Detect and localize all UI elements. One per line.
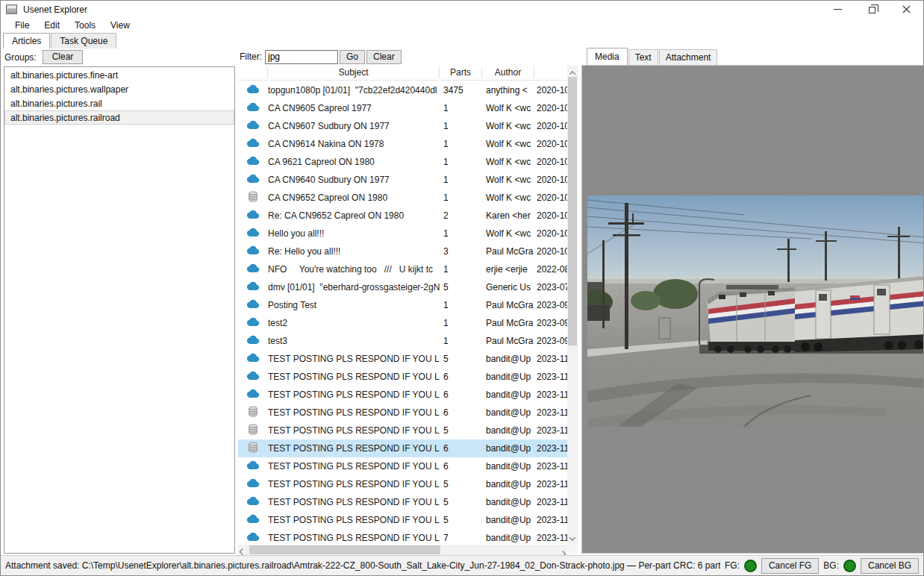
table-header: Subject Parts Author: [238, 66, 567, 81]
table-row[interactable]: CA CN9605 Capreol 19771Wolf K <wc2020-10: [238, 99, 567, 117]
parts-cell: 1: [440, 121, 482, 131]
group-item[interactable]: alt.binaries.pictures.fine-art: [4, 68, 234, 82]
scroll-down-icon[interactable]: [567, 533, 578, 543]
table-row[interactable]: TEST POSTING PLS RESPOND IF YOU LIKE -6b…: [238, 368, 567, 386]
group-item[interactable]: alt.binaries.pictures.wallpaper: [4, 82, 234, 96]
author-cell: bandit@Up: [482, 479, 534, 489]
vertical-scroll-thumb[interactable]: [568, 77, 577, 345]
date-cell: 2023-11: [534, 497, 567, 507]
parts-cell: 6: [440, 443, 482, 454]
menu-tools[interactable]: Tools: [67, 19, 103, 33]
table-row[interactable]: dmv [01/01] "eberhard-grossgasteiger-2gN…: [238, 278, 567, 296]
subject-cell: TEST POSTING PLS RESPOND IF YOU LIKE -: [268, 443, 440, 454]
header-parts[interactable]: Parts: [440, 67, 482, 78]
author-cell: anything <: [482, 85, 534, 96]
table-row[interactable]: TEST POSTING PLS RESPOND IF YOU LIKE -6b…: [238, 386, 567, 404]
parts-cell: 5: [440, 354, 482, 364]
vertical-scrollbar[interactable]: [567, 66, 578, 545]
group-item[interactable]: alt.binaries.pictures.rail: [4, 96, 234, 110]
minimize-button[interactable]: [820, 1, 855, 18]
cloud-icon: [246, 156, 260, 168]
header-date[interactable]: [534, 67, 567, 78]
table-row[interactable]: TEST POSTING PLS RESPOND IF YOU LIKE -7b…: [238, 529, 567, 545]
tab-attachment[interactable]: Attachment: [659, 49, 718, 65]
parts-cell: 6: [440, 372, 482, 382]
date-cell: 2020-10: [534, 85, 567, 96]
header-author[interactable]: Author: [482, 67, 534, 78]
table-row[interactable]: TEST POSTING PLS RESPOND IF YOU LIKE -6b…: [238, 404, 567, 422]
tab-text[interactable]: Text: [628, 49, 658, 65]
cloud-icon: [246, 245, 260, 257]
table-row[interactable]: TEST POSTING PLS RESPOND IF YOU LIKE -6b…: [238, 439, 567, 457]
row-icon-cell: [238, 84, 268, 96]
scroll-up-icon[interactable]: [567, 67, 578, 78]
row-icon-cell: [238, 532, 268, 544]
row-icon-cell: [238, 478, 268, 490]
row-icon-cell: [238, 389, 268, 401]
date-cell: 2023-11: [534, 372, 567, 382]
menu-file[interactable]: File: [7, 19, 37, 33]
date-cell: 2023-11: [534, 461, 567, 472]
table-row[interactable]: CA CN9652 Capreol ON 19801Wolf K <wc2020…: [238, 189, 567, 207]
filter-input[interactable]: [265, 50, 338, 64]
parts-cell: 7: [440, 533, 482, 543]
table-row[interactable]: TEST POSTING PLS RESPOND IF YOU LIKE -6b…: [238, 457, 567, 475]
cancel-bg-button[interactable]: Cancel BG: [861, 558, 919, 574]
table-row[interactable]: TEST POSTING PLS RESPOND IF YOU LIKE -5b…: [238, 350, 567, 368]
groups-clear-button[interactable]: Clear: [43, 50, 84, 64]
parts-cell: 5: [440, 515, 482, 525]
cancel-fg-button[interactable]: Cancel FG: [761, 558, 819, 574]
table-row[interactable]: CA CN9614 Nakina ON 19781Wolf K <wc2020-…: [238, 135, 567, 153]
author-cell: bandit@Up: [482, 443, 534, 454]
date-cell: 2023-11: [534, 425, 567, 436]
table-row[interactable]: CA CN9640 Sudbury ON 19771Wolf K <wc2020…: [238, 171, 567, 189]
table-row[interactable]: TEST POSTING PLS RESPOND IF YOU LIKE -5b…: [238, 493, 567, 511]
table-row[interactable]: Re: Hello you all!!!3Paul McGra2020-10: [238, 242, 567, 260]
database-icon: [248, 424, 258, 437]
filter-clear-button[interactable]: Clear: [366, 50, 402, 64]
filter-go-button[interactable]: Go: [340, 50, 365, 64]
parts-cell: 1: [440, 300, 482, 310]
row-icon-cell: [238, 138, 268, 150]
group-item[interactable]: alt.binaries.pictures.railroad: [4, 110, 234, 125]
author-cell: bandit@Up: [482, 425, 534, 436]
fg-status-indicator: [744, 560, 757, 572]
scroll-left-icon[interactable]: [240, 547, 245, 555]
subject-cell: TEST POSTING PLS RESPOND IF YOU LIKE -: [268, 354, 440, 364]
header-subject[interactable]: Subject: [268, 67, 440, 78]
scroll-right-icon[interactable]: [561, 547, 565, 555]
tab-task-queue[interactable]: Task Queue: [51, 33, 116, 48]
row-icon-cell: [238, 460, 268, 472]
table-row[interactable]: test21Paul McGra2023-09: [238, 314, 567, 332]
header-icon-column[interactable]: [238, 67, 268, 78]
table-row[interactable]: Re: CA CN9652 Capreol ON 19802Karen <her…: [238, 207, 567, 225]
tab-media[interactable]: Media: [587, 48, 628, 65]
close-button[interactable]: [889, 1, 923, 18]
tab-articles[interactable]: Articles: [3, 33, 50, 48]
table-row[interactable]: test31Paul McGra2023-09: [238, 332, 567, 350]
table-row[interactable]: topgun1080p [01/01] "7cb22ef2d420440dl34…: [238, 81, 567, 99]
menu-edit[interactable]: Edit: [37, 19, 67, 33]
table-row[interactable]: TEST POSTING PLS RESPOND IF YOU LIKE -5b…: [238, 475, 567, 493]
horizontal-scroll-thumb[interactable]: [249, 545, 440, 554]
table-row[interactable]: CA CN9607 Sudbury ON 19771Wolf K <wc2020…: [238, 117, 567, 135]
parts-cell: 6: [440, 389, 482, 400]
parts-cell: 5: [440, 497, 482, 507]
database-icon: [248, 406, 258, 419]
table-row[interactable]: TEST POSTING PLS RESPOND IF YOU LIKE -5b…: [238, 422, 567, 439]
table-row[interactable]: TEST POSTING PLS RESPOND IF YOU LIKE -5b…: [238, 511, 567, 529]
row-icon-cell: [238, 228, 268, 240]
date-cell: 2023-09: [534, 318, 567, 328]
table-row[interactable]: Posting Test1Paul McGra2023-09: [238, 296, 567, 314]
horizontal-scrollbar[interactable]: [238, 545, 567, 555]
table-row[interactable]: CA 9621 Capreol ON 19801Wolf K <wc2020-1…: [238, 153, 567, 171]
table-row[interactable]: Hello you all!!!1Wolf K <wc2020-10: [238, 225, 567, 242]
row-icon-cell: [238, 299, 268, 311]
table-row[interactable]: NFO You're watching too /// U kijkt tc1e…: [238, 260, 567, 278]
subject-cell: Re: CA CN9652 Capreol ON 1980: [268, 210, 440, 221]
author-cell: Paul McGra: [482, 246, 534, 257]
restore-button[interactable]: [855, 1, 889, 18]
menu-view[interactable]: View: [103, 19, 137, 33]
group-list: alt.binaries.pictures.fine-art alt.binar…: [4, 66, 235, 554]
menu-bar: File Edit Tools View: [1, 18, 923, 33]
